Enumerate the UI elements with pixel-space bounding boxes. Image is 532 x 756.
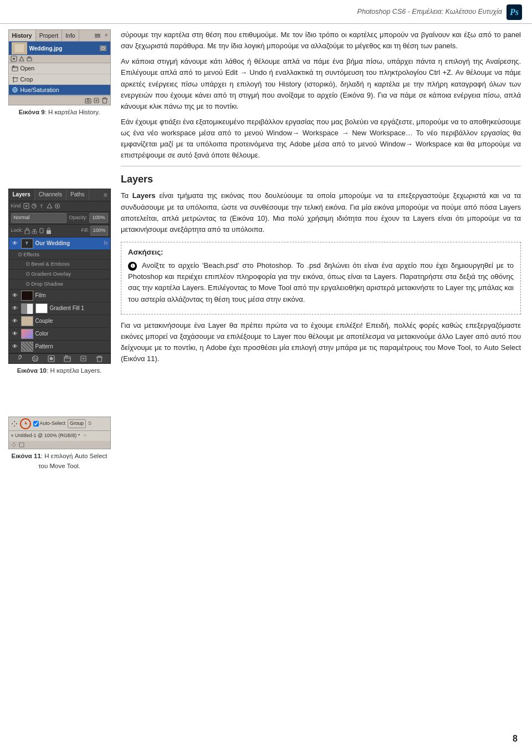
svg-rect-32: [40, 229, 43, 233]
layer-thumb-wedding: T: [21, 239, 33, 248]
svg-point-7: [102, 48, 104, 49]
layer-thumb-color: [21, 329, 33, 339]
channels-tab[interactable]: Channels: [35, 189, 66, 201]
history-item-open[interactable]: Open: [9, 63, 110, 74]
svg-rect-33: [47, 230, 51, 234]
add-fx-icon[interactable]: fx: [32, 355, 39, 362]
layers-bold: Layers: [132, 191, 156, 200]
page: Photoshop CS6 - Επιμέλεια: Κωλέτσου Ευτυ…: [0, 0, 532, 756]
layer-effects-group: ⊙ Effects: [9, 250, 110, 260]
eye-icon-pattern[interactable]: 👁: [11, 343, 19, 351]
new-group-icon[interactable]: [64, 355, 71, 362]
history-open-icon: [11, 64, 19, 72]
history-item-crop[interactable]: Crop: [9, 74, 110, 85]
svg-point-37: [49, 357, 53, 360]
layer-close-btn[interactable]: ×: [84, 433, 86, 438]
figure-10-caption: Εικόνα 10: Η καρτέλα Layers.: [17, 366, 102, 376]
para-5: Για να μετακινήσουμε ένα Layer θα πρέπει…: [121, 320, 521, 365]
layers-tab[interactable]: Layers: [9, 189, 35, 201]
page-header: Photoshop CS6 - Επιμέλεια: Κωλέτσου Ευτυ…: [0, 0, 532, 24]
panel-menu-btn[interactable]: [93, 30, 103, 41]
kind-label: Kind: [11, 202, 21, 210]
layer-film[interactable]: 👁 Film: [9, 290, 110, 302]
para-1: σύρουμε την καρτέλα στη θέση που επιθυμο…: [121, 29, 521, 52]
layer-thumb-gradient-mask: [35, 303, 48, 313]
kind-adjust-icon: [31, 203, 37, 209]
svg-rect-46: [19, 443, 24, 447]
group-select[interactable]: Group: [68, 419, 86, 428]
layer-our-wedding[interactable]: 👁 T Our Wedding fx: [9, 237, 110, 250]
svg-point-9: [13, 58, 15, 60]
layer-pattern[interactable]: 👁 Pattern: [9, 341, 110, 353]
eye-icon-couple[interactable]: 👁: [11, 317, 19, 325]
layer-t-icon: T: [25, 240, 28, 247]
figure-9-block: History Propert Info ×: [8, 29, 111, 118]
history-camera-icon: [85, 97, 91, 104]
layer-name-gradient: Gradient Fill 1: [50, 304, 108, 313]
svg-marker-10: [19, 57, 24, 61]
exercise-title: Ασκήσεις:: [128, 247, 514, 258]
layer-thumb-gradient: [21, 303, 33, 313]
layer-gradient-fill[interactable]: 👁 Gradient Fill 1: [9, 302, 110, 315]
layer-thumb-couple: [21, 316, 33, 326]
main-text: σύρουμε την καρτέλα στη θέση που επιθυμο…: [116, 29, 532, 481]
svg-point-20: [87, 100, 89, 102]
history-file-header: Wedding.jpg: [9, 42, 110, 55]
layer-select-icon: [19, 442, 24, 448]
eye-icon-wedding[interactable]: 👁: [11, 240, 19, 247]
kind-shape-icon: [47, 203, 53, 209]
autoselect-label: Auto-Select: [33, 420, 66, 428]
layers-panel: Layers Channels Paths ≡ Kind T: [8, 189, 111, 364]
svg-text:T: T: [40, 204, 43, 209]
autoselect-text: Auto-Select: [40, 420, 66, 428]
properties-tab[interactable]: Propert: [36, 30, 62, 41]
blendmode-select[interactable]: Normal: [11, 213, 67, 223]
fill-value[interactable]: 100%: [90, 226, 108, 236]
delete-layer-icon[interactable]: [96, 355, 103, 362]
link-layers-icon[interactable]: [16, 355, 23, 362]
add-mask-icon[interactable]: [48, 355, 55, 362]
layers-lock-row: Lock: Fill: 100%: [9, 225, 110, 237]
figure-11-caption-bold: Εικόνα 11: [11, 453, 40, 459]
history-hue-icon: [11, 86, 19, 94]
svg-rect-14: [13, 65, 14, 67]
figure-11-block: Auto-Select Group S » Untitled-1 @ 100% …: [8, 417, 111, 471]
layer-drop-shadow: ⊙ Drop Shadow: [9, 280, 110, 290]
eye-icon-gradient[interactable]: 👁: [11, 305, 19, 312]
layer-name-wedding: Our Wedding: [35, 239, 102, 248]
lock-all-icon: [46, 227, 52, 234]
layer-couple[interactable]: 👁 Couple: [9, 315, 110, 328]
effects-label: ⊙ Effects: [18, 251, 40, 259]
sidebar: History Propert Info ×: [0, 29, 116, 481]
panel-close-btn[interactable]: ×: [103, 30, 110, 41]
history-tab[interactable]: History: [9, 30, 36, 41]
drop-shadow-label: ⊙ Drop Shadow: [25, 280, 63, 288]
layer-bevel-emboss: ⊙ Bevel & Emboss: [9, 260, 110, 270]
history-open-label: Open: [21, 64, 35, 73]
eye-icon-film[interactable]: 👁: [11, 292, 19, 300]
figure-9-caption-text: : Η καρτέλα History.: [45, 109, 100, 115]
history-panel: History Propert Info ×: [8, 29, 111, 105]
lock-artboard-icon: [39, 227, 44, 234]
layer-color[interactable]: 👁 Color: [9, 328, 110, 341]
opacity-value[interactable]: 100%: [89, 213, 108, 223]
new-layer-icon[interactable]: [80, 355, 87, 362]
history-crop-icon: [11, 75, 19, 83]
exercise-1: ❶ Ανοίξτε το αρχείο 'Beach.psd' στο Phot…: [128, 260, 514, 305]
eye-icon-color[interactable]: 👁: [11, 330, 19, 338]
paths-tab[interactable]: Paths: [66, 189, 89, 201]
layers-kind-row: Kind T: [9, 201, 110, 212]
page-number: 8: [513, 732, 518, 746]
history-snapshot-icon: [100, 45, 106, 51]
layer-tools-row: [8, 441, 111, 449]
svg-rect-13: [12, 67, 18, 71]
history-filename: Wedding.jpg: [29, 44, 98, 53]
lock-transparent-icon: [24, 227, 30, 234]
layer-thumb-film: [21, 291, 33, 301]
history-item-hue[interactable]: Hue/Saturation: [9, 85, 110, 95]
layer-gradient-overlay: ⊙ Gradient Overlay: [9, 270, 110, 280]
autoselect-checkbox[interactable]: [33, 421, 39, 427]
layers-menu-btn[interactable]: ≡: [101, 189, 110, 201]
history-tool-1: [11, 55, 17, 62]
info-tab[interactable]: Info: [62, 30, 79, 41]
